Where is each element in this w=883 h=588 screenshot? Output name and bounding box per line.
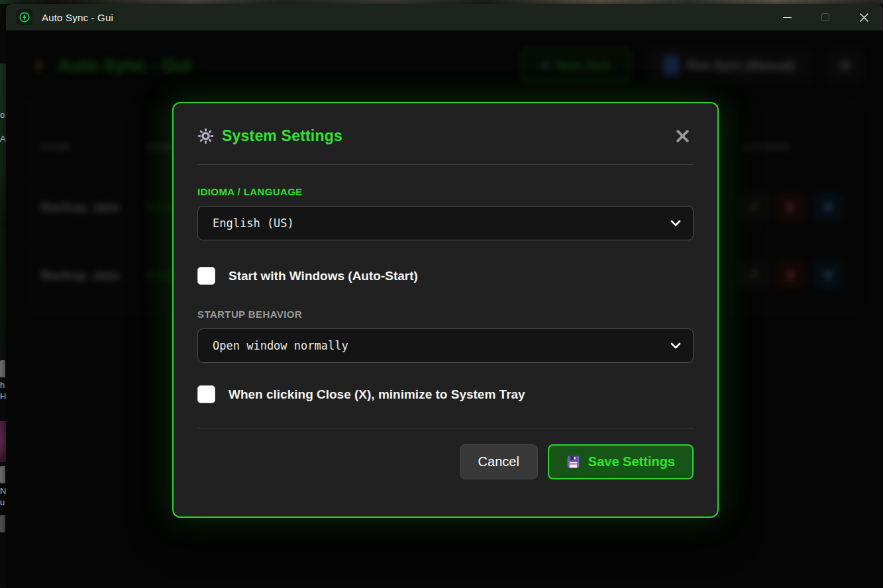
chevron-down-icon <box>670 342 681 349</box>
close-window-button[interactable] <box>845 4 883 30</box>
desktop-label-fragment: h <box>0 380 6 390</box>
app-icon <box>17 9 32 25</box>
app-window: Auto Sync - Gui Auto Sync - Gui + <box>6 4 883 588</box>
desktop-label-fragment: A <box>0 134 6 144</box>
desktop-label-fragment: N <box>0 486 6 496</box>
desktop-label-fragment: u <box>0 497 6 507</box>
footer-divider <box>197 428 694 428</box>
window-title: Auto Sync - Gui <box>42 12 113 23</box>
system-settings-dialog: System Settings IDIOMA / LANGUAGE Englis… <box>172 102 719 518</box>
chevron-down-icon <box>670 220 681 226</box>
desktop-icon-fragment <box>0 466 5 483</box>
autostart-row: Start with Windows (Auto-Start) <box>197 267 694 285</box>
language-label: IDIOMA / LANGUAGE <box>197 186 694 197</box>
dialog-header: System Settings <box>197 124 694 147</box>
save-settings-button[interactable]: Save Settings <box>548 444 694 479</box>
close-window-icon <box>859 13 869 23</box>
sync-bolt-icon <box>19 11 30 23</box>
dialog-title: System Settings <box>222 127 342 145</box>
autostart-label: Start with Windows (Auto-Start) <box>229 269 418 283</box>
desktop-icon-fragment <box>0 515 5 532</box>
minimize-to-tray-checkbox[interactable] <box>197 385 215 403</box>
desktop-label-fragment: o <box>0 110 6 120</box>
maximize-button[interactable] <box>806 4 845 30</box>
minimize-button[interactable] <box>768 4 806 30</box>
close-dialog-button[interactable] <box>671 124 694 147</box>
header-divider <box>197 164 694 165</box>
autostart-checkbox[interactable] <box>197 267 215 285</box>
tray-row: When clicking Close (X), minimize to Sys… <box>197 385 694 403</box>
dialog-footer: Cancel Save Settings <box>197 444 694 479</box>
close-icon <box>676 129 690 143</box>
startup-behavior-selected-value: Open window normally <box>213 339 348 352</box>
window-controls <box>768 4 883 30</box>
startup-behavior-select[interactable]: Open window normally <box>197 328 694 363</box>
language-selected-value: English (US) <box>213 217 294 230</box>
wallpaper-fragment <box>0 229 6 375</box>
minimize-to-tray-label: When clicking Close (X), minimize to Sys… <box>229 387 525 402</box>
gear-icon <box>197 128 214 144</box>
wallpaper-fragment <box>0 64 6 229</box>
save-settings-label: Save Settings <box>588 454 675 469</box>
maximize-icon <box>821 13 829 21</box>
cancel-button[interactable]: Cancel <box>460 444 538 479</box>
titlebar: Auto Sync - Gui <box>6 4 883 30</box>
desktop-label-fragment: H <box>0 391 6 401</box>
wallpaper-fragment <box>0 421 6 462</box>
app-content: Auto Sync - Gui + New Task Run Sync (Man… <box>6 30 883 588</box>
desktop-icon-fragment <box>0 360 5 377</box>
language-select[interactable]: English (US) <box>197 206 694 240</box>
floppy-disk-icon <box>566 455 580 469</box>
startup-behavior-label: STARTUP BEHAVIOR <box>197 309 694 320</box>
desktop-left-sliver: o A h H N u <box>0 4 6 588</box>
minimize-icon <box>783 17 792 18</box>
